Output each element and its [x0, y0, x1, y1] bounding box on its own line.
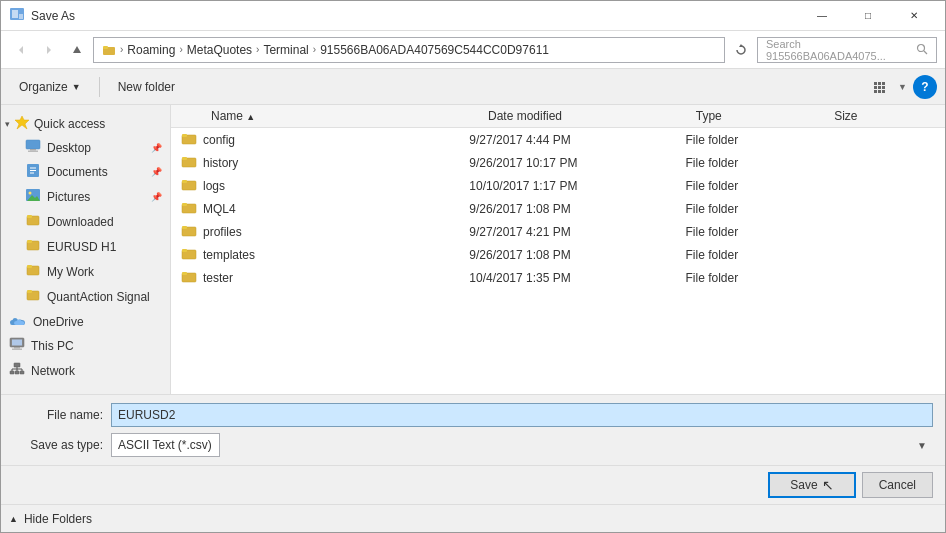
file-row-name: tester [171, 269, 469, 286]
content-area: Name ▲ Date modified Type Size [171, 105, 945, 394]
svg-rect-46 [20, 371, 24, 374]
quick-access-header[interactable]: ▾ Quick access [1, 109, 170, 136]
sidebar-item-quantaction[interactable]: QuantAction Signal [1, 284, 170, 309]
table-row[interactable]: templates 9/26/2017 1:08 PM File folder [171, 243, 945, 266]
folder-icon [181, 131, 197, 148]
breadcrumb-roaming[interactable]: Roaming [127, 43, 175, 57]
breadcrumb-terminal[interactable]: Terminal [263, 43, 308, 57]
svg-rect-45 [15, 371, 19, 374]
pictures-label: Pictures [47, 190, 90, 204]
save-as-type-wrapper: ASCII Text (*.csv)CSV (*.csv)Excel (*.xl… [111, 433, 933, 457]
close-button[interactable]: ✕ [891, 1, 937, 31]
refresh-button[interactable] [729, 38, 753, 62]
table-row[interactable]: logs 10/10/2017 1:17 PM File folder [171, 174, 945, 197]
select-dropdown-arrow: ▼ [917, 440, 927, 451]
svg-rect-42 [12, 349, 22, 351]
eurusd-label: EURUSD H1 [47, 240, 116, 254]
table-row[interactable]: profiles 9/27/2017 4:21 PM File folder [171, 220, 945, 243]
column-date[interactable]: Date modified [488, 109, 696, 123]
maximize-button[interactable]: □ [845, 1, 891, 31]
documents-label: Documents [47, 165, 108, 179]
sort-arrow: ▲ [246, 112, 255, 122]
svg-rect-11 [874, 82, 877, 85]
search-box[interactable]: Search 915566BA06ADA4075... [757, 37, 937, 63]
quantaction-label: QuantAction Signal [47, 290, 150, 304]
folder-icon [181, 246, 197, 263]
file-row-type: File folder [686, 248, 830, 262]
onedrive-label: OneDrive [33, 315, 84, 329]
up-button[interactable] [65, 38, 89, 62]
sidebar-item-documents[interactable]: Documents 📌 [1, 159, 170, 184]
view-options-button[interactable] [864, 75, 896, 99]
sidebar-item-pictures[interactable]: Pictures 📌 [1, 184, 170, 209]
column-type[interactable]: Type [696, 109, 834, 123]
cancel-button[interactable]: Cancel [862, 472, 933, 498]
sidebar-item-onedrive[interactable]: OneDrive [1, 311, 170, 332]
search-icon [916, 43, 928, 57]
svg-rect-17 [874, 90, 877, 93]
file-row-date: 10/4/2017 1:35 PM [469, 271, 685, 285]
minimize-button[interactable]: — [799, 1, 845, 31]
svg-rect-19 [882, 90, 885, 93]
search-placeholder: Search 915566BA06ADA4075... [766, 38, 916, 62]
help-button[interactable]: ? [913, 75, 937, 99]
file-row-type: File folder [686, 133, 830, 147]
svg-rect-61 [182, 226, 187, 229]
address-bar: › Roaming › MetaQuotes › Terminal › 9155… [1, 31, 945, 69]
table-row[interactable]: config 9/27/2017 4:44 PM File folder [171, 128, 945, 151]
sidebar-item-downloaded[interactable]: Downloaded [1, 209, 170, 234]
save-button[interactable]: Save ↖ [768, 472, 855, 498]
organize-button[interactable]: Organize ▼ [9, 74, 91, 100]
svg-point-29 [29, 192, 32, 195]
svg-rect-59 [182, 203, 187, 206]
toolbar-right: ▼ ? [864, 75, 937, 99]
sidebar-item-this-pc[interactable]: This PC [1, 334, 170, 357]
cursor-indicator: ↖ [822, 477, 834, 493]
svg-rect-55 [182, 157, 187, 160]
new-folder-button[interactable]: New folder [108, 74, 185, 100]
desktop-pin-icon: 📌 [151, 143, 162, 153]
table-row[interactable]: tester 10/4/2017 1:35 PM File folder [171, 266, 945, 289]
file-row-type: File folder [686, 179, 830, 193]
window-title: Save As [31, 9, 799, 23]
svg-rect-18 [878, 90, 881, 93]
sidebar-item-mywork[interactable]: My Work [1, 259, 170, 284]
folder-icon [181, 269, 197, 286]
view-dropdown-icon: ▼ [898, 82, 907, 92]
network-label: Network [31, 364, 75, 378]
save-as-type-select[interactable]: ASCII Text (*.csv)CSV (*.csv)Excel (*.xl… [111, 433, 220, 457]
svg-rect-43 [14, 363, 20, 367]
onedrive-group: OneDrive [1, 311, 170, 332]
svg-rect-16 [882, 86, 885, 89]
column-size[interactable]: Size [834, 109, 945, 123]
sidebar-item-eurusd[interactable]: EURUSD H1 [1, 234, 170, 259]
quick-access-label: Quick access [34, 117, 105, 131]
breadcrumb-metaquotes[interactable]: MetaQuotes [187, 43, 252, 57]
file-row-name: profiles [171, 223, 469, 240]
window-icon [9, 6, 25, 25]
hide-folders-label: Hide Folders [24, 512, 92, 526]
svg-point-9 [918, 44, 925, 51]
back-button[interactable] [9, 38, 33, 62]
address-path[interactable]: › Roaming › MetaQuotes › Terminal › 9155… [93, 37, 725, 63]
file-list-header: Name ▲ Date modified Type Size [171, 105, 945, 128]
table-row[interactable]: history 9/26/2017 10:17 PM File folder [171, 151, 945, 174]
file-row-date: 9/26/2017 1:08 PM [469, 202, 685, 216]
onedrive-icon [9, 314, 27, 329]
file-name-input[interactable] [111, 403, 933, 427]
sidebar-item-network[interactable]: Network [1, 359, 170, 382]
network-group: Network [1, 359, 170, 382]
folder-icon [181, 223, 197, 240]
column-name[interactable]: Name ▲ [171, 109, 488, 123]
file-name-label: File name: [13, 408, 103, 422]
sidebar-item-desktop[interactable]: Desktop 📌 [1, 136, 170, 159]
table-row[interactable]: MQL4 9/26/2017 1:08 PM File folder [171, 197, 945, 220]
forward-button[interactable] [37, 38, 61, 62]
save-as-dialog: Save As — □ ✕ › Roaming › MetaQuotes › T… [0, 0, 946, 533]
pictures-pin-icon: 📌 [151, 192, 162, 202]
quantaction-icon [25, 287, 41, 306]
hide-folders-bar[interactable]: ▲ Hide Folders [1, 504, 945, 532]
breadcrumb-id[interactable]: 915566BA06ADA407569C544CC0D97611 [320, 43, 549, 57]
svg-marker-3 [19, 46, 23, 54]
svg-marker-5 [73, 46, 81, 53]
